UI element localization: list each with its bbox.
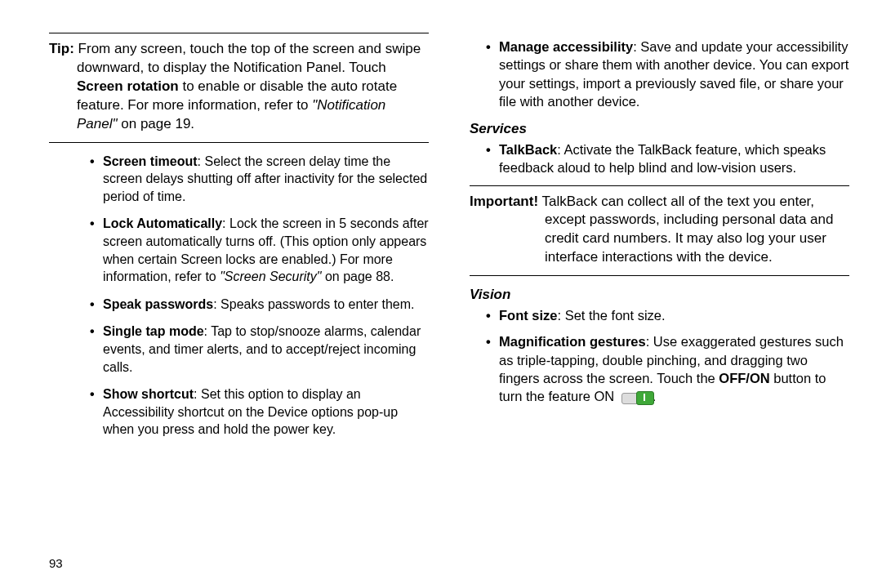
page-number: 93	[49, 555, 63, 572]
services-heading: Services	[470, 120, 849, 139]
right-column: Manage accessibility: Save and update yo…	[470, 33, 849, 572]
tip-text-3: on page 19.	[121, 116, 194, 131]
reference: "Screen Security"	[220, 270, 321, 283]
term: Font size	[499, 308, 558, 323]
item-screen-timeout: Screen timeout: Select the screen delay …	[90, 153, 429, 206]
term: Lock Automatically	[103, 216, 222, 230]
term: Manage accessibility	[499, 39, 633, 54]
term: Magnification gestures	[499, 334, 646, 349]
manual-page: Tip: From any screen, touch the top of t…	[0, 0, 882, 588]
left-column: Tip: From any screen, touch the top of t…	[49, 33, 429, 572]
item-lock-automatically: Lock Automatically: Lock the screen in 5…	[90, 215, 429, 285]
item-manage-accessibility: Manage accessibility: Save and update yo…	[486, 38, 849, 110]
item-show-shortcut: Show shortcut: Set this option to displa…	[90, 385, 429, 439]
vision-heading: Vision	[470, 286, 849, 305]
body: : Speaks passwords to enter them.	[213, 297, 414, 311]
item-font-size: Font size: Set the font size.	[486, 306, 849, 324]
tip-paragraph: Tip: From any screen, touch the top of t…	[49, 40, 429, 134]
item-magnification-gestures: Magnification gestures: Use exaggerated …	[486, 332, 849, 405]
left-bullet-list: Screen timeout: Select the screen delay …	[90, 153, 429, 439]
services-list: TalkBack: Activate the TalkBack feature,…	[486, 140, 849, 177]
important-box: Important! TalkBack can collect all of t…	[470, 185, 849, 277]
term: Single tap mode	[103, 324, 204, 338]
body: : Set the font size.	[558, 308, 666, 323]
tip-screen-rotation: Screen rotation	[77, 78, 179, 94]
vision-list: Font size: Set the font size. Magnificat…	[486, 306, 849, 405]
important-label: Important!	[470, 194, 538, 209]
toggle-on-icon	[621, 391, 653, 404]
off-on: OFF/ON	[719, 371, 769, 385]
right-top-list: Manage accessibility: Save and update yo…	[486, 38, 849, 110]
term: TalkBack	[499, 142, 557, 157]
item-single-tap-mode: Single tap mode: Tap to stop/snooze alar…	[90, 323, 429, 376]
tip-text-1: From any screen, touch the top of the sc…	[77, 41, 421, 75]
important-body: TalkBack can collect all of the text you…	[538, 194, 833, 265]
important-paragraph: Important! TalkBack can collect all of t…	[470, 193, 849, 268]
term: Speak passwords	[103, 297, 213, 311]
item-talkback: TalkBack: Activate the TalkBack feature,…	[486, 140, 849, 177]
body-2: on page 88.	[321, 270, 394, 283]
term: Show shortcut	[103, 387, 194, 401]
tip-label: Tip:	[49, 41, 74, 56]
term: Screen timeout	[103, 154, 198, 168]
tip-box: Tip: From any screen, touch the top of t…	[49, 33, 429, 143]
item-speak-passwords: Speak passwords: Speaks passwords to ent…	[90, 296, 429, 314]
